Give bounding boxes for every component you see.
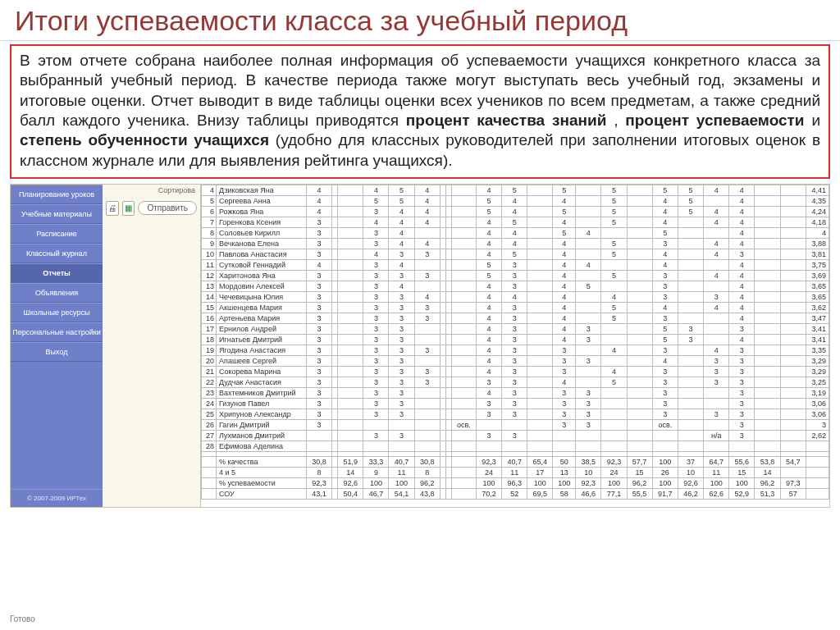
desc-comma-1: , xyxy=(614,112,625,129)
table-row: 25Хрипунов Александр33333333333,06 xyxy=(202,409,829,419)
grades-table: 4Дзиковская Яна4454455555444,415Сергеева… xyxy=(201,185,829,500)
table-row: 22Дудчак Анастасия333333453333,25 xyxy=(202,377,829,387)
sidebar-item-journal[interactable]: Классный журнал xyxy=(11,244,103,263)
table-row: 13Мордовин Алексей3344345343,65 xyxy=(202,281,829,291)
sidebar-item-schedule[interactable]: Расписание xyxy=(11,224,103,244)
sidebar-item-materials[interactable]: Учебные материалы xyxy=(11,204,103,224)
table-row: 19Ягодина Анастасия333343343433,35 xyxy=(202,345,829,355)
sidebar-item-planning[interactable]: Планирование уроков xyxy=(11,185,103,204)
sidebar-item-settings[interactable]: Персональные настройки xyxy=(11,322,103,342)
print-icon[interactable]: 🖨 xyxy=(106,201,119,216)
table-row: 4Дзиковская Яна4454455555444,41 xyxy=(202,185,829,195)
table-row: 23Вахтемников Дмитрий3334333333,19 xyxy=(202,387,829,398)
table-row: 7Горенкова Ксения344445454444,18 xyxy=(202,217,829,227)
sidebar: Планирование уроков Учебные материалы Ра… xyxy=(11,185,103,507)
excel-icon[interactable]: ▦ xyxy=(122,201,135,216)
desc-bold-2: процент успеваемости xyxy=(625,112,804,129)
desc-bold-1: процент качества знаний xyxy=(406,112,607,129)
table-row: 24Гизунов Павел3333333333,06 xyxy=(202,398,829,409)
sort-label: Сортирова xyxy=(158,186,195,194)
desc-and: и xyxy=(811,112,820,129)
table-row: 17Ернилов Андрей33343435333,41 xyxy=(202,323,829,334)
report-screenshot: Планирование уроков Учебные материалы Ра… xyxy=(10,184,830,508)
table-row: 9Вечканова Елена334444453443,88 xyxy=(202,238,829,249)
table-row: 8Соловьев Кирилл3344454544 xyxy=(202,227,829,238)
status-bar: Готово xyxy=(10,614,35,623)
toolbar-panel: Сортирова 🖨 ▦ Отправить xyxy=(103,185,201,507)
page-title: Итоги успеваемости класса за учебный пер… xyxy=(0,0,840,41)
table-row: 10Павлова Анастасия343345454433,81 xyxy=(202,249,829,259)
table-row: 18Игнатьев Дмитрий33343435343,41 xyxy=(202,334,829,345)
description-box: В этом отчете собрана наиболее полная ин… xyxy=(10,44,830,179)
table-row: 12Харитонова Яна333353453443,69 xyxy=(202,270,829,281)
table-row: 16Артеньева Мария33334345343,47 xyxy=(202,313,829,323)
sidebar-item-reports[interactable]: Отчеты xyxy=(11,263,103,283)
table-row: 20Апашеев Сергей33343334333,29 xyxy=(202,355,829,366)
sidebar-item-exit[interactable]: Выход xyxy=(11,342,103,362)
table-row: 27Лухманов Дмитрий3333н/а32,62 xyxy=(202,430,829,441)
send-button[interactable]: Отправить xyxy=(138,201,197,215)
table-row: 28Ефимова Аделина xyxy=(202,441,829,451)
summary-row: % успеваемости92,392,610010096,210096,31… xyxy=(202,477,829,488)
table-row: 5Сергеева Анна455454454544,35 xyxy=(202,195,829,206)
table-row: 11Сутковой Геннадий4345344443,75 xyxy=(202,259,829,270)
summary-row: СОУ43,150,446,754,143,870,25269,55846,67… xyxy=(202,488,829,499)
table-row: 21Сокорева Марина333343343333,29 xyxy=(202,366,829,377)
summary-row: % качества30,851,933,340,730,892,340,765… xyxy=(202,456,829,467)
sidebar-item-resources[interactable]: Школьные ресурсы xyxy=(11,303,103,322)
table-row: 6Рожкова Яна4344545545444,24 xyxy=(202,206,829,217)
sidebar-item-announcements[interactable]: Объявления xyxy=(11,283,103,303)
table-row: 15Акшенцева Мария333343454443,62 xyxy=(202,302,829,313)
desc-bold-3: степень обученности учащихся xyxy=(20,131,269,148)
sidebar-footer: © 2007-2009 ИРТех xyxy=(11,489,103,507)
grades-table-wrap: 4Дзиковская Яна4454455555444,415Сергеева… xyxy=(201,185,829,507)
table-row: 14Чечевицына Юлия333444443343,65 xyxy=(202,291,829,302)
summary-row: 4 и 58149118241117131024152610111514 xyxy=(202,467,829,477)
table-row: 26Гагин Дмитрий3осв.33осв.33 xyxy=(202,419,829,430)
